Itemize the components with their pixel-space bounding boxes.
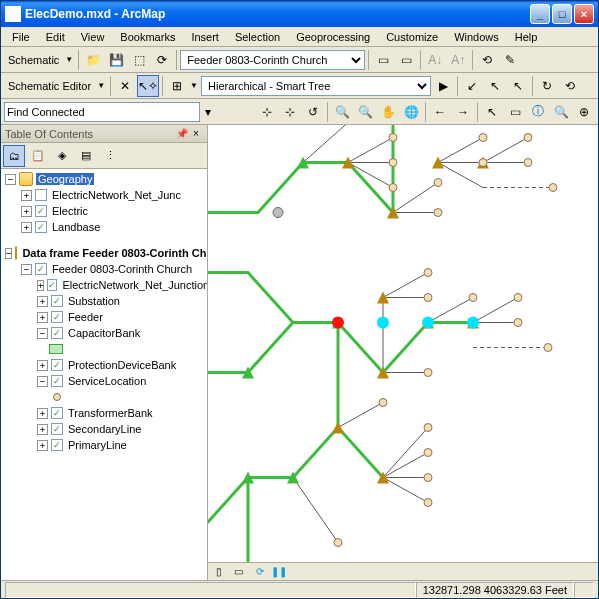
checkbox[interactable]: ✓	[35, 221, 47, 233]
refresh-map-icon[interactable]: ⟳	[252, 564, 268, 580]
identify-icon[interactable]: ⓘ	[527, 101, 549, 123]
copy-layout-icon[interactable]: ▭	[395, 49, 417, 71]
checkbox[interactable]: ✓	[35, 205, 47, 217]
generate-diagram-icon[interactable]: ⬚	[128, 49, 150, 71]
menu-selection[interactable]: Selection	[228, 29, 287, 45]
menu-bookmarks[interactable]: Bookmarks	[113, 29, 182, 45]
close-button[interactable]: ×	[574, 4, 594, 24]
svg-point-7	[524, 134, 532, 142]
expand-icon[interactable]: +	[21, 206, 32, 217]
collapse-icon[interactable]: −	[5, 248, 12, 259]
map-view[interactable]: ▯ ▭ ⟳ ❚❚	[208, 125, 598, 580]
checkbox[interactable]: ✓	[51, 439, 63, 451]
checkbox[interactable]: ✓	[51, 295, 63, 307]
edit-tool-icon[interactable]: ✕	[114, 75, 136, 97]
list-by-selection-icon[interactable]: ▤	[75, 145, 97, 167]
zoom-in-icon[interactable]: 🔍	[331, 101, 353, 123]
clear-sel-icon[interactable]: ▭	[504, 101, 526, 123]
layout-view-icon[interactable]: ▭	[230, 564, 246, 580]
options-icon[interactable]: ⋮	[99, 145, 121, 167]
list-by-visibility-icon[interactable]: ◈	[51, 145, 73, 167]
open-diagram-icon[interactable]: 📁	[82, 49, 104, 71]
window-buttons: _ □ ×	[530, 4, 594, 24]
checkbox[interactable]	[35, 189, 47, 201]
checkbox[interactable]: ✓	[51, 311, 63, 323]
checkbox[interactable]: ✓	[51, 407, 63, 419]
dropdown-icon[interactable]: ▾	[201, 101, 215, 123]
checkbox[interactable]: ✓	[47, 279, 57, 291]
list-by-source-icon[interactable]: 📋	[27, 145, 49, 167]
apply-layout-icon[interactable]: ▶	[432, 75, 454, 97]
trace-icon[interactable]: ⊹	[256, 101, 278, 123]
checkbox[interactable]: ✓	[51, 423, 63, 435]
statusbar: 132871.298 4063329.63 Feet	[1, 580, 598, 598]
svg-point-12	[424, 294, 432, 302]
collapse-icon[interactable]: −	[37, 328, 48, 339]
find-connected-input[interactable]	[4, 102, 200, 122]
expand-icon[interactable]: +	[37, 296, 48, 307]
expand-icon[interactable]: +	[37, 280, 44, 291]
expand-icon[interactable]: +	[37, 408, 48, 419]
expand-icon[interactable]: +	[21, 190, 32, 201]
checkbox[interactable]: ✓	[51, 359, 63, 371]
save-edits-icon[interactable]: 💾	[105, 49, 127, 71]
pan-icon[interactable]: ✋	[377, 101, 399, 123]
zoom-out-icon[interactable]: 🔍	[354, 101, 376, 123]
schematic-tool-icon[interactable]: ✎	[499, 49, 521, 71]
next-extent-icon[interactable]: →	[452, 101, 474, 123]
checkbox[interactable]: ✓	[35, 263, 47, 275]
collapse-icon[interactable]: −	[37, 376, 48, 387]
menu-view[interactable]: View	[74, 29, 112, 45]
schematic-menu[interactable]: Schematic▼	[4, 54, 75, 66]
select-end-icon[interactable]: ↖	[484, 75, 506, 97]
rotate-tree-icon[interactable]: ↻	[536, 75, 558, 97]
menu-windows[interactable]: Windows	[447, 29, 506, 45]
checkbox[interactable]: ✓	[51, 375, 63, 387]
df-feeder[interactable]: Data frame Feeder 0803-Corinth Church	[20, 247, 207, 259]
df-geography[interactable]: Geography	[36, 173, 94, 185]
active-diagram-dropdown[interactable]: Feeder 0803-Corinth Church	[180, 50, 365, 70]
minimize-button[interactable]: _	[530, 4, 550, 24]
align-nodes-icon[interactable]: ↙	[461, 75, 483, 97]
undo-icon[interactable]: ⟲	[559, 75, 581, 97]
pause-draw-icon[interactable]: ❚❚	[271, 564, 287, 580]
update-diagram-icon[interactable]: ⟳	[151, 49, 173, 71]
data-view-icon[interactable]: ▯	[211, 564, 227, 580]
flag-icon[interactable]: ⊹	[279, 101, 301, 123]
list-by-drawing-icon[interactable]: 🗂	[3, 145, 25, 167]
expand-icon[interactable]: +	[37, 424, 48, 435]
find-icon[interactable]: 🔍	[550, 101, 572, 123]
expand-icon[interactable]: +	[37, 312, 48, 323]
schematic-editor-menu[interactable]: Schematic Editor▼	[4, 80, 107, 92]
maximize-button[interactable]: □	[552, 4, 572, 24]
expand-icon[interactable]: +	[37, 440, 48, 451]
full-extent-icon[interactable]: 🌐	[400, 101, 422, 123]
layout-algorithm-dropdown[interactable]: Hierarchical - Smart Tree	[201, 76, 431, 96]
decrease-symbol-icon[interactable]: A↓	[424, 49, 446, 71]
increase-symbol-icon[interactable]: A↑	[447, 49, 469, 71]
collapse-icon[interactable]: −	[21, 264, 32, 275]
clear-flags-icon[interactable]: ↺	[302, 101, 324, 123]
menu-insert[interactable]: Insert	[184, 29, 226, 45]
status-units-icon[interactable]	[574, 582, 594, 598]
menu-edit[interactable]: Edit	[39, 29, 72, 45]
select-features-icon[interactable]: ↖	[481, 101, 503, 123]
expand-icon[interactable]: +	[21, 222, 32, 233]
layout-dropdown-btn[interactable]: ⊞▼	[166, 75, 200, 97]
clear-selection-icon[interactable]: ↖	[507, 75, 529, 97]
menu-geoprocessing[interactable]: Geoprocessing	[289, 29, 377, 45]
checkbox[interactable]: ✓	[51, 327, 63, 339]
move-tool-icon[interactable]: ↖✧	[137, 75, 159, 97]
close-toc-icon[interactable]: ×	[189, 127, 203, 141]
toc-tree[interactable]: −Geography +ElectricNetwork_Net_Junc +✓E…	[1, 169, 207, 580]
prev-extent-icon[interactable]: ←	[429, 101, 451, 123]
refresh-icon[interactable]: ⟲	[476, 49, 498, 71]
propagate-icon[interactable]: ▭	[372, 49, 394, 71]
collapse-icon[interactable]: −	[5, 174, 16, 185]
menu-customize[interactable]: Customize	[379, 29, 445, 45]
goto-xy-icon[interactable]: ⊕	[573, 101, 595, 123]
expand-icon[interactable]: +	[37, 360, 48, 371]
menu-help[interactable]: Help	[508, 29, 545, 45]
menu-file[interactable]: File	[5, 29, 37, 45]
pin-icon[interactable]: 📌	[175, 127, 189, 141]
